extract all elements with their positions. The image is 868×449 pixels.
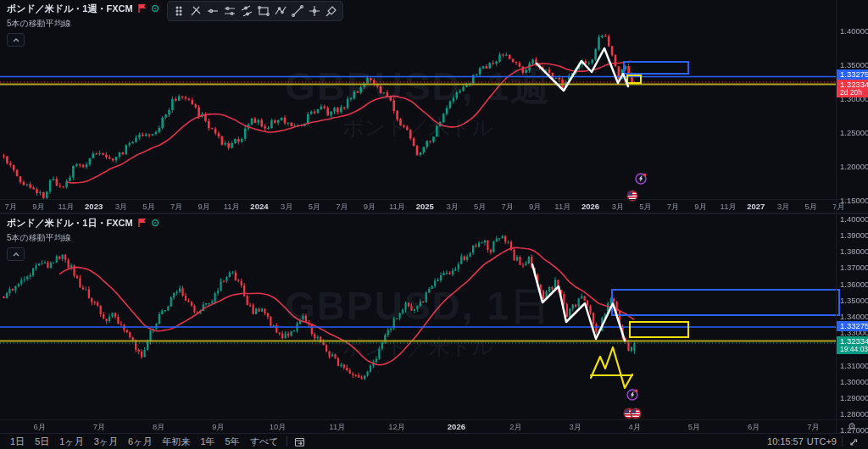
tool-horizontal-line-icon[interactable] — [204, 3, 221, 19]
time-axis-label: 11月 — [329, 422, 345, 433]
time-axis-label: 7月 — [93, 422, 106, 433]
tool-cross-line-icon[interactable] — [306, 3, 323, 19]
price-tick-label: 1.34000 — [840, 312, 868, 321]
bottom-toolbar: 1日5日1ヶ月3ヶ月6ヶ月年初来1年5年すべて 10:15:57 UTC+9 — [0, 433, 868, 449]
range-button-1年[interactable]: 1年 — [195, 435, 220, 448]
price-tick-label: 1.38000 — [840, 247, 868, 256]
time-axis-label: 9月 — [694, 202, 707, 213]
clock-timezone: UTC+9 — [807, 436, 837, 446]
daily-legend: ポンド／米ドル・1日・FXCM 5本の移動平均線 — [7, 217, 159, 261]
range-button-5年[interactable]: 5年 — [220, 435, 245, 448]
range-buttons-group: 1日5日1ヶ月3ヶ月6ヶ月年初来1年5年すべて — [5, 435, 283, 448]
time-axis-label: 7月 — [336, 202, 348, 213]
time-axis-label: 3月 — [569, 422, 581, 433]
time-axis-label: 9月 — [529, 202, 542, 213]
symbol-legend[interactable]: ポンド／米ドル・1日・FXCM — [7, 217, 159, 230]
maximize-chart-icon[interactable] — [846, 433, 863, 449]
price-tick-label: 1.36000 — [840, 279, 868, 288]
time-axis-label: 3月 — [612, 202, 625, 213]
tool-polyline-icon[interactable] — [272, 3, 289, 19]
time-axis-label: 2023 — [85, 202, 103, 211]
time-axis-label: 9月 — [198, 202, 210, 213]
time-axis-label: 2024 — [250, 202, 268, 211]
floating-drawing-toolbar[interactable] — [167, 1, 343, 21]
time-axis-label: 5月 — [639, 202, 652, 213]
clock-timezone-button[interactable]: 10:15:57 UTC+9 — [767, 436, 837, 446]
weekly-chart-pane: GBPUSD, 1週 ポンド／米ドル ポンド／米ドル・1週・FXCM 5本の移動… — [0, 0, 868, 213]
time-axis[interactable]: 7月9月11月20233月5月7月9月11月20243月5月7月9月11月202… — [0, 199, 868, 213]
price-tick-label: 1.15000 — [840, 195, 868, 204]
price-tick-label: 1.25000 — [840, 127, 868, 136]
time-axis-label: 11月 — [721, 202, 737, 213]
flag-icon[interactable] — [137, 218, 147, 230]
weekly-legend: ポンド／米ドル・1週・FXCM 5本の移動平均線 — [7, 3, 159, 47]
tool-eraser-icon[interactable] — [323, 3, 340, 19]
pane-divider-handle[interactable] — [0, 213, 868, 214]
time-axis-label: 3月 — [777, 202, 790, 213]
market-status-icon[interactable] — [151, 219, 159, 229]
time-axis-label: 3月 — [446, 202, 459, 213]
time-axis-label: 6月 — [748, 422, 760, 433]
time-axis-label: 7月 — [807, 422, 820, 433]
symbol-title[interactable]: ポンド／米ドル・1日・FXCM — [7, 217, 133, 230]
tool-brush-icon[interactable] — [187, 3, 204, 19]
time-axis-label: 2026 — [581, 202, 599, 211]
range-button-1ヶ月[interactable]: 1ヶ月 — [54, 435, 88, 448]
time-axis-label: 2026 — [448, 422, 465, 431]
time-axis-label: 9月 — [32, 202, 45, 213]
time-axis-label: 7月 — [667, 202, 680, 213]
tool-rectangle-icon[interactable] — [255, 3, 272, 19]
time-axis[interactable]: 6月7月8月9月10月11月12月20262月3月4月5月6月7月⚙ — [0, 419, 868, 434]
price-tick-label: 1.20000 — [840, 161, 868, 170]
range-button-3ヶ月[interactable]: 3ヶ月 — [89, 435, 123, 448]
indicator-legend[interactable]: 5本の移動平均線 — [7, 232, 159, 244]
pane-collapse-button[interactable] — [7, 33, 25, 47]
price-tick-label: 1.40000 — [840, 25, 868, 35]
price-tick-label: 1.35000 — [840, 295, 868, 304]
time-axis-label: 4月 — [629, 422, 642, 433]
go-to-date-button[interactable] — [291, 433, 308, 449]
time-axis-label: 7月 — [5, 202, 18, 213]
price-tick-label: 1.37000 — [840, 263, 868, 272]
clock-time: 10:15:57 — [767, 436, 804, 446]
last-price-label: 1.32334 2d 20h — [837, 80, 868, 97]
range-button-年初来[interactable]: 年初来 — [157, 435, 195, 448]
time-axis-label: 11月 — [58, 202, 74, 213]
bar-countdown: 2d 20h — [840, 89, 868, 97]
time-axis-label: 11月 — [554, 202, 570, 213]
price-axis[interactable]: 1.33275 1.32334 19:44:03 1.400001.390001… — [836, 214, 868, 433]
time-axis-label: 11月 — [389, 202, 405, 213]
price-axis[interactable]: 1.33275 1.32334 2d 20h 1.400001.350001.3… — [836, 0, 868, 213]
tool-trend-line-icon[interactable] — [289, 3, 306, 19]
bar-countdown: 19:44:03 — [840, 346, 868, 353]
price-tick-label: 1.30000 — [840, 376, 868, 385]
time-axis-label: 5月 — [309, 202, 321, 213]
tool-flat-channel-icon[interactable] — [221, 3, 238, 19]
symbol-legend[interactable]: ポンド／米ドル・1週・FXCM — [7, 3, 159, 15]
range-button-6ヶ月[interactable]: 6ヶ月 — [123, 435, 157, 448]
time-axis-label: 11月 — [224, 202, 240, 213]
trading-app: GBPUSD, 1週 ポンド／米ドル ポンド／米ドル・1週・FXCM 5本の移動… — [0, 0, 868, 449]
range-button-1日[interactable]: 1日 — [5, 435, 30, 448]
time-axis-label: 5月 — [805, 202, 818, 213]
flag-icon[interactable] — [137, 3, 147, 15]
time-axis-label: 5月 — [474, 202, 487, 213]
price-tick-label: 1.31000 — [840, 360, 868, 369]
price-tick-label: 1.28000 — [840, 409, 868, 419]
time-axis-label: 6月 — [34, 422, 47, 433]
symbol-title[interactable]: ポンド／米ドル・1週・FXCM — [7, 3, 133, 15]
market-status-icon[interactable] — [151, 4, 159, 14]
time-axis-label: 9月 — [364, 202, 376, 213]
indicator-legend[interactable]: 5本の移動平均線 — [7, 18, 159, 30]
time-axis-label: 5月 — [142, 202, 155, 213]
pane-collapse-button[interactable] — [7, 247, 25, 261]
range-button-すべて[interactable]: すべて — [245, 435, 284, 448]
tool-drag-handle-icon[interactable] — [170, 3, 187, 19]
tool-parallel-channel-icon[interactable] — [238, 3, 255, 19]
price-tick-label: 1.39000 — [840, 230, 868, 240]
time-axis-label: 2025 — [416, 202, 434, 211]
time-axis-label: 5月 — [688, 422, 701, 433]
time-axis-label: 8月 — [153, 422, 165, 433]
price-level-label: 1.33275 — [837, 69, 868, 80]
range-button-5日[interactable]: 5日 — [30, 435, 54, 448]
